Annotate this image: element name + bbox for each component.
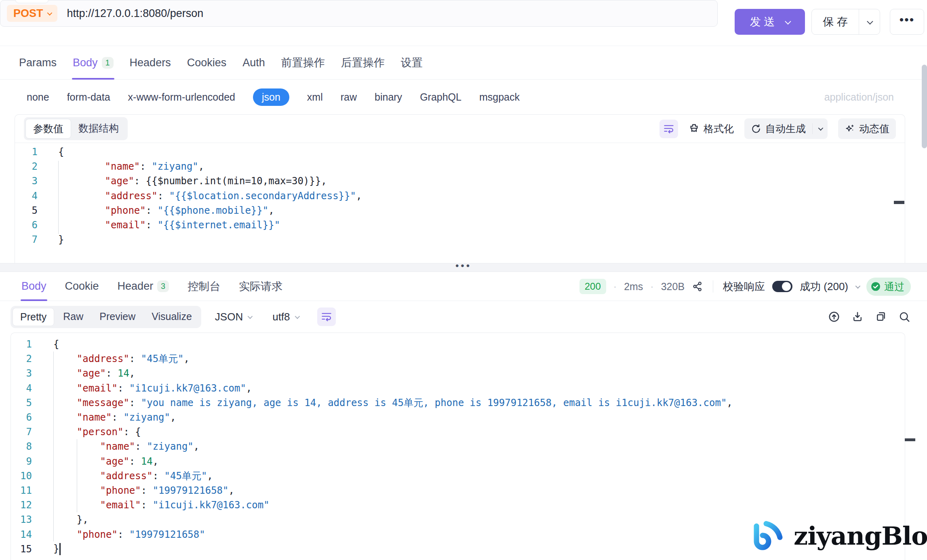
tab-response-body[interactable]: Body <box>21 272 46 301</box>
status-code-badge: 200 <box>579 279 606 294</box>
request-body-editor[interactable]: 1{2 "name": "ziyang",3 "age": {{$number.… <box>15 145 905 247</box>
line-number: 7 <box>15 234 39 245</box>
view-pretty[interactable]: Pretty <box>13 308 54 326</box>
url-input[interactable]: http://127.0.0.1:8080/person <box>67 7 711 20</box>
panel-splitter[interactable]: ••• <box>0 263 927 272</box>
tab-cookies[interactable]: Cookies <box>187 46 227 79</box>
segment-param-value[interactable]: 参数值 <box>25 119 71 139</box>
validate-response-label: 校验响应 <box>723 280 765 294</box>
save-dropdown[interactable] <box>859 9 880 34</box>
tab-auth[interactable]: Auth <box>242 46 265 79</box>
line-number: 6 <box>11 412 34 423</box>
copy-button[interactable] <box>875 311 887 323</box>
body-type-graphql[interactable]: GraphQL <box>420 91 461 103</box>
body-type-json[interactable]: json <box>253 88 289 106</box>
tab-response-header[interactable]: Header 3 <box>118 272 169 301</box>
toggle-knob <box>782 282 791 291</box>
body-count-badge: 1 <box>102 57 114 69</box>
validate-toggle[interactable] <box>772 281 792 292</box>
tab-body[interactable]: Body 1 <box>73 46 114 79</box>
code-line[interactable]: 3 "age": {{$number.int(min=10,max=30)}}, <box>15 174 905 188</box>
copy-icon <box>875 311 887 323</box>
line-number: 5 <box>15 205 39 216</box>
dynamic-value-button[interactable]: 动态值 <box>838 118 896 139</box>
tab-headers[interactable]: Headers <box>130 46 171 79</box>
method-selector[interactable]: POST <box>7 5 57 22</box>
segment-data-structure[interactable]: 数据结构 <box>71 119 126 139</box>
download-icon <box>851 311 864 323</box>
indent-guide <box>77 439 77 512</box>
code-line[interactable]: 7 "person": { <box>11 425 905 439</box>
search-button[interactable] <box>898 311 910 323</box>
share-button[interactable] <box>692 281 703 292</box>
code-line[interactable]: 2 "name": "ziyang", <box>15 159 905 174</box>
chevron-down-icon <box>855 283 861 288</box>
download-button[interactable] <box>851 311 864 323</box>
page-scrollbar-thumb[interactable] <box>922 65 927 148</box>
tab-post-actions[interactable]: 后置操作 <box>341 46 385 79</box>
code-line[interactable]: 4 "address": "{{$location.secondaryAddre… <box>15 189 905 203</box>
code-line[interactable]: 1{ <box>15 145 905 159</box>
body-type-msgpack[interactable]: msgpack <box>479 91 520 103</box>
code-line[interactable]: 3 "age": 14, <box>11 366 905 381</box>
url-bar[interactable]: POST http://127.0.0.1:8080/person <box>0 0 718 27</box>
code-line[interactable]: 10 "address": "45单元", <box>11 469 905 483</box>
wrap-lines-button[interactable] <box>659 120 678 138</box>
wrap-lines-button-response[interactable] <box>317 307 336 326</box>
code-line[interactable]: 4 "email": "i1cuji.kk7@163.com", <box>11 381 905 396</box>
ziyang-logo-icon <box>748 516 787 555</box>
line-number: 12 <box>11 499 34 511</box>
value-mode-switch: 参数值 数据结构 <box>24 117 128 140</box>
save-button[interactable]: 保 存 <box>811 9 880 35</box>
format-select[interactable]: JSON <box>215 311 251 323</box>
sparkle-icon <box>845 124 855 134</box>
body-type-none[interactable]: none <box>27 91 49 103</box>
indent-guide <box>53 352 54 541</box>
line-number: 1 <box>15 146 39 158</box>
response-tab-bar: Body Cookie Header 3 控制台 实际请求 200 · 2ms … <box>0 272 927 301</box>
export-button[interactable] <box>828 311 840 323</box>
code-line[interactable]: 11 "phone": "19979121658", <box>11 483 905 498</box>
send-button[interactable]: 发 送 <box>735 9 805 35</box>
code-line[interactable]: 5 "phone": "{{$phone.mobile}}", <box>15 203 905 218</box>
more-button[interactable]: ••• <box>890 9 924 35</box>
body-type-urlencoded[interactable]: x-www-form-urlencoded <box>128 91 235 103</box>
format-button[interactable]: 格式化 <box>689 122 734 135</box>
view-preview[interactable]: Preview <box>92 308 143 326</box>
auto-generate-button[interactable]: 自动生成 <box>744 118 828 139</box>
line-number: 2 <box>15 161 39 172</box>
format-brush-icon <box>689 123 699 134</box>
line-number: 3 <box>11 368 34 379</box>
line-number: 11 <box>11 485 34 496</box>
code-line[interactable]: 12 "email": "i1cuji.kk7@163.com" <box>11 498 905 512</box>
body-type-form-data[interactable]: form-data <box>67 91 110 103</box>
code-line[interactable]: 7} <box>15 232 905 247</box>
view-visualize[interactable]: Visualize <box>144 308 199 326</box>
tab-params[interactable]: Params <box>19 46 57 79</box>
response-size: 320B <box>661 281 685 293</box>
body-type-xml[interactable]: xml <box>307 91 323 103</box>
chevron-down-icon <box>818 126 824 131</box>
body-type-raw[interactable]: raw <box>341 91 357 103</box>
view-raw[interactable]: Raw <box>56 308 91 326</box>
code-line[interactable]: 6 "email": "{{$internet.email}}" <box>15 218 905 232</box>
header-count-badge: 3 <box>157 280 169 292</box>
auto-generate-dropdown[interactable] <box>812 123 828 134</box>
code-line[interactable]: 6 "name": "ziyang", <box>11 410 905 425</box>
code-line[interactable]: 9 "age": 14, <box>11 454 905 469</box>
encoding-select[interactable]: utf8 <box>272 311 298 323</box>
tab-console[interactable]: 控制台 <box>188 272 220 301</box>
drag-handle-icon[interactable]: ••• <box>455 264 472 271</box>
tab-response-cookie[interactable]: Cookie <box>65 272 99 301</box>
code-line[interactable]: 2 "address": "45单元", <box>11 352 905 366</box>
tab-actual-request[interactable]: 实际请求 <box>239 272 282 301</box>
tab-pre-actions[interactable]: 前置操作 <box>281 46 325 79</box>
share-icon <box>692 281 703 292</box>
code-line[interactable]: 5 "message": "you name is ziyang, age is… <box>11 396 905 410</box>
line-number: 3 <box>15 175 39 187</box>
code-line[interactable]: 1{ <box>11 337 905 352</box>
tab-settings[interactable]: 设置 <box>401 46 423 79</box>
code-line[interactable]: 8 "name": "ziyang", <box>11 439 905 454</box>
validate-state[interactable]: 成功 (200) <box>800 280 848 294</box>
body-type-binary[interactable]: binary <box>375 91 402 103</box>
